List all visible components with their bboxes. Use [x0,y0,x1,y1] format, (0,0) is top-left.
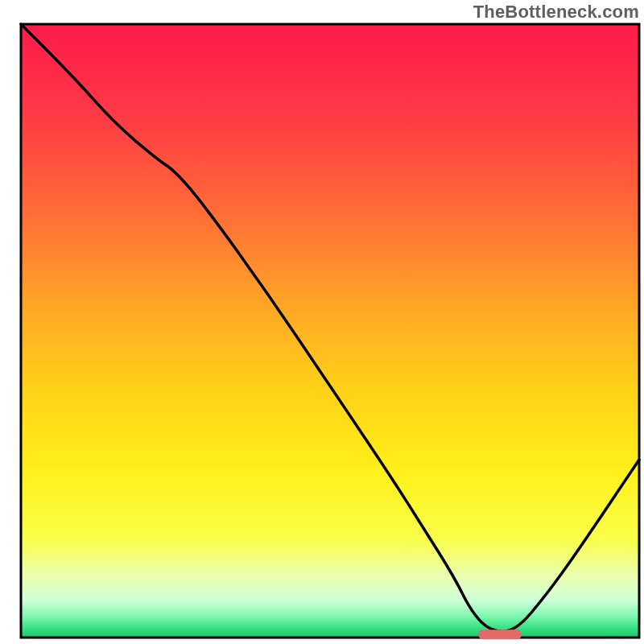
gradient-background [21,24,639,638]
chart-frame: TheBottleneck.com [0,0,644,644]
watermark-text: TheBottleneck.com [473,2,639,23]
optimal-range-marker [478,630,522,639]
bottleneck-chart [0,0,644,644]
